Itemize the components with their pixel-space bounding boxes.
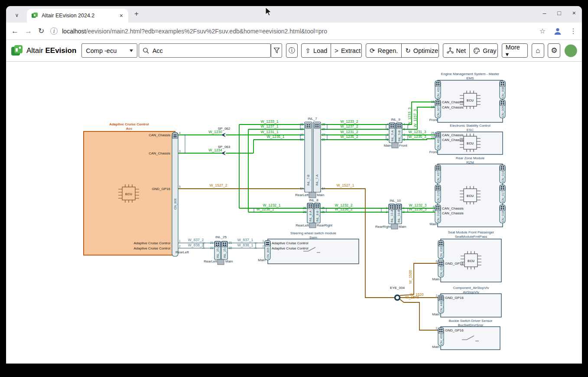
connector-cn806[interactable]: [172, 132, 178, 256]
profile-avatar[interactable]: [553, 27, 562, 36]
search-field[interactable]: [139, 43, 271, 58]
url-host: localhost: [62, 28, 86, 35]
pin-block-icon: [315, 123, 320, 128]
search-input[interactable]: [153, 47, 267, 54]
wire-label: W_1235_1: [266, 134, 284, 139]
tab-search-button[interactable]: ∨: [11, 10, 23, 20]
component-rzm[interactable]: Rear Zone Module RZM CN_437 CN_015 CN_01…: [429, 156, 505, 227]
settings-button[interactable]: ⚙: [548, 43, 560, 58]
pin-number: 4: [403, 123, 405, 126]
net-gray-group: Net Gray: [443, 43, 498, 58]
inline-connector-inl10[interactable]: INL_10 INL_10-A INL_10-B RearRight Main …: [375, 199, 406, 229]
pin-block-icon: [500, 205, 505, 210]
component-name: RZM: [466, 161, 474, 164]
pin-block-icon: [439, 241, 444, 246]
pin-block-icon: [306, 123, 311, 128]
wire-label: W_837_1: [237, 238, 253, 242]
component-bucswtdrvrsnsr[interactable]: Buckle Switch Driver Sensor BucSwtDrvrSn…: [432, 319, 500, 350]
component-title: Rear Zone Module: [456, 156, 485, 160]
extract-button[interactable]: > Extract: [331, 44, 362, 57]
pin-number: 2: [179, 245, 181, 248]
regenerate-button[interactable]: ⟳ Regen.: [366, 44, 401, 57]
pin-block-icon: [439, 295, 444, 301]
url-text[interactable]: localhost/eevision/main2.html?edb=exampl…: [62, 28, 327, 35]
location-label: Front: [429, 150, 438, 154]
net-button[interactable]: Net: [443, 44, 470, 57]
inline-connector-inl7[interactable]: INL_7 INL_7-B INL_7-A RearLeft Main 28 3…: [295, 117, 325, 198]
pin-block-icon: [396, 123, 402, 128]
inline-connector-inl9[interactable]: INL_9 INL_9-A INL_9-B Main Front 4 6 3 5…: [384, 118, 408, 148]
connector-label: CN_025: [440, 265, 443, 276]
pin-number: 6: [435, 260, 437, 263]
component-acc[interactable]: Adaptive Cruise Control Acc CN_806 RearL…: [84, 122, 189, 256]
half-label: INL_10-A: [390, 210, 394, 223]
wire-label: W_1500: [408, 270, 413, 284]
location-label: RearLeft: [175, 250, 189, 254]
component-airstopvlv[interactable]: Component_AirStopVlv AirStopVlv CN_448 2…: [432, 286, 501, 317]
brand-name: Altair EEvision: [26, 46, 76, 55]
wire-net-sp063[interactable]: [226, 129, 307, 212]
browser-tab[interactable]: Altair EEvision 2024.2 ×: [27, 9, 128, 23]
component-name: AirStopVlv: [463, 290, 479, 294]
pin-number: 6: [387, 128, 388, 131]
bookmark-star-icon[interactable]: ☆: [539, 27, 546, 35]
more-button[interactable]: More ▾: [502, 43, 528, 58]
pin-label: CAN_Chassis: [149, 133, 170, 137]
close-icon[interactable]: ×: [118, 12, 125, 19]
pin-number: 27: [322, 133, 325, 136]
inline-connector-inl25[interactable]: INL_25 INL_25-A INL_25-B RearLeft Main 2…: [204, 235, 233, 265]
pin-number: 54: [322, 187, 325, 190]
info-button[interactable]: ⓘ: [286, 43, 298, 58]
search-mode-select[interactable]: Comp -ecu: [81, 43, 137, 58]
pin-number: 5: [179, 185, 181, 188]
address-bar[interactable]: i localhost/eevision/main2.html?edb=exam…: [50, 27, 533, 35]
component-esc[interactable]: Electronic Stability Control ESC CN_481 …: [429, 124, 503, 154]
forward-icon[interactable]: →: [25, 27, 32, 36]
connector-label: CN_009: [501, 106, 505, 117]
schematic-canvas[interactable]: ECU: [6, 62, 582, 363]
wire-can-inl8-inl10[interactable]: [320, 208, 389, 212]
gray-label: Gray: [483, 47, 496, 54]
connector-label: CN_437: [437, 171, 440, 182]
tab-strip: ∨ Altair EEvision 2024.2 × + – □ ×: [6, 6, 582, 23]
pin-block-icon: [435, 205, 441, 210]
wire-label: W_1237_2: [340, 124, 358, 128]
location-label: RearRight: [375, 225, 391, 229]
connector-label: CN_016: [437, 211, 440, 222]
location-label: Main: [384, 144, 391, 148]
close-icon[interactable]: ×: [572, 10, 576, 16]
optimize-label: Optimize: [413, 47, 438, 54]
half-label: INL_7-B: [307, 174, 310, 186]
gray-button[interactable]: Gray: [469, 44, 498, 57]
home-button[interactable]: ⌂: [532, 43, 544, 58]
connector-label: CN_805: [266, 247, 270, 259]
status-indicator[interactable]: [564, 44, 578, 58]
pin-block-icon: [435, 132, 441, 138]
optimize-button[interactable]: ↻ Optimize: [401, 44, 439, 57]
half-label: INL_8-B: [316, 210, 319, 222]
component-swm[interactable]: Steering wheel switch module Swm CN_805 …: [258, 231, 359, 264]
maximize-icon[interactable]: □: [557, 10, 561, 16]
component-name: EMS: [466, 76, 474, 80]
pin-number: 3: [179, 150, 181, 153]
back-icon[interactable]: ←: [11, 27, 19, 36]
reload-icon[interactable]: ↻: [38, 26, 44, 36]
connector-label: CN_015: [437, 191, 440, 202]
pin-number: 1: [386, 207, 387, 210]
pin-number: 6: [432, 209, 434, 212]
filter-button[interactable]: [271, 43, 282, 58]
pin-block-icon: [390, 123, 395, 128]
pin-number: 28: [300, 123, 304, 126]
component-seatmodulefrntpass[interactable]: Seat Module Front Passenger SeatModuleFr…: [432, 230, 501, 282]
minimize-icon[interactable]: –: [543, 10, 546, 16]
new-tab-button[interactable]: +: [134, 10, 139, 18]
pin-block-icon: [265, 241, 270, 246]
menu-kebab-icon[interactable]: ⋮: [570, 27, 577, 35]
inline-connector-inl8[interactable]: INL_8 INL_8-A INL_8-B RearLeft RearRight…: [296, 198, 332, 228]
page-info-icon[interactable]: i: [50, 27, 58, 35]
load-button[interactable]: ⇧ Load: [302, 44, 331, 57]
wire-label: W_1235_3: [408, 134, 426, 139]
component-ems[interactable]: Engine Management System - Master EMS CN…: [429, 72, 505, 122]
browser-navbar: ← → ↻ i localhost/eevision/main2.html?ed…: [6, 23, 582, 40]
pin-label: Adaptive Cruise Control: [134, 246, 171, 250]
